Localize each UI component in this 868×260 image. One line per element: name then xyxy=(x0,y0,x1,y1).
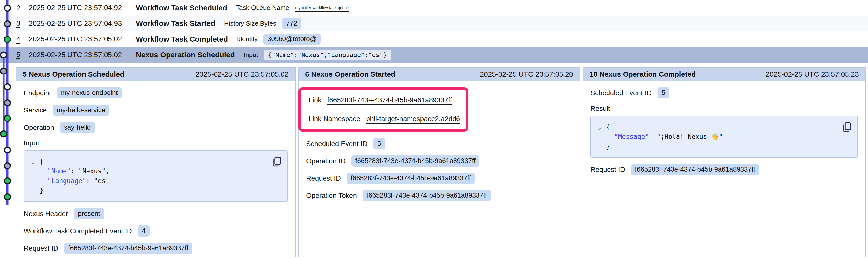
json-close-line: } xyxy=(31,186,280,195)
field-value-badge: f665283f-743e-4374-b45b-9a61a89337ff xyxy=(363,190,491,201)
event-detail-label: Input xyxy=(244,51,258,59)
timeline-dot-completed xyxy=(1,131,7,137)
event-id-link[interactable]: 2 xyxy=(16,4,29,12)
json-entry: "Language": "es" xyxy=(31,176,280,186)
field-value-badge: 5 xyxy=(658,87,669,99)
event-id-link[interactable]: 5 xyxy=(16,51,29,59)
panel-title: 5 Nexus Operation Scheduled xyxy=(23,70,124,78)
task-queue-link[interactable]: my-caller-workflow-task-queue xyxy=(295,6,349,10)
field-operation-token: Operation Token f665283f-743e-4374-b45b-… xyxy=(306,190,572,201)
panel-header: 6 Nexus Operation Started 2025-02-25 UTC… xyxy=(299,68,580,81)
field-value-badge: f665283f-743e-4374-b45b-9a61a89337ff xyxy=(351,155,479,166)
event-row-5-selected[interactable]: 5 2025-02-25 UTC 23:57:05.02 Nexus Opera… xyxy=(0,47,868,63)
event-timestamp: 2025-02-25 UTC 23:57:05.02 xyxy=(29,35,136,43)
field-scheduled-event-id: Scheduled Event ID 5 xyxy=(590,87,858,99)
event-detail-label: Task Queue Name xyxy=(236,4,289,11)
field-label: Request ID xyxy=(590,166,625,174)
field-value-badge: f665283f-743e-4374-b45b-9a61a89337ff xyxy=(347,173,475,184)
field-link-namespace: Link Namespace phil-target-namespace2.a2… xyxy=(309,115,463,123)
timeline-dot-started xyxy=(1,68,7,74)
field-request-id: Request ID f665283f-743e-4374-b45b-9a61a… xyxy=(590,164,858,175)
field-workflow-task-completed-event-id: Workflow Task Completed Event ID 4 xyxy=(24,225,288,236)
field-value-badge: f665283f-743e-4374-b45b-9a61a89337ff xyxy=(64,243,192,254)
timeline-dot-completed xyxy=(4,115,10,121)
field-request-id: Request ID f665283f-743e-4374-b45b-9a61a… xyxy=(306,173,572,184)
field-label: Workflow Task Completed Event ID xyxy=(24,227,132,235)
field-label: Link Namespace xyxy=(309,115,360,123)
event-name: Workflow Task Started xyxy=(136,19,215,28)
field-endpoint: Endpoint my-nexus-endpoint xyxy=(24,87,288,99)
result-json-viewer: ⌄{ "Message": "¡Hola! Nexus 👋" } xyxy=(590,116,858,158)
event-detail-label: History Size Bytes xyxy=(224,20,276,27)
field-label: Operation ID xyxy=(306,157,345,165)
field-label: Operation xyxy=(24,123,54,132)
event-name: Workflow Task Completed xyxy=(136,35,228,43)
event-timestamp: 2025-02-25 UTC 23:57:05.02 xyxy=(29,51,136,59)
field-operation: Operation say-hello xyxy=(24,122,288,133)
json-open-line: ⌄{ xyxy=(598,122,850,132)
event-timestamp: 2025-02-25 UTC 23:57:04.92 xyxy=(29,4,136,12)
field-label: Endpoint xyxy=(24,89,51,97)
field-value-badge: my-hello-service xyxy=(53,105,109,116)
link-namespace-link[interactable]: phil-target-namespace2.a2dd6 xyxy=(366,115,460,123)
panel-body: Scheduled Event ID 5 Result ⌄{ "Message"… xyxy=(583,81,865,188)
field-label: Operation Token xyxy=(306,192,357,199)
field-value-badge: 5 xyxy=(373,138,385,149)
event-name: Nexus Operation Scheduled xyxy=(136,50,235,59)
event-row-2[interactable]: 2 2025-02-25 UTC 23:57:04.92 Workflow Ta… xyxy=(0,0,868,16)
event-row-4[interactable]: 4 2025-02-25 UTC 23:57:05.02 Workflow Ta… xyxy=(0,31,868,47)
timeline-dot-scheduled xyxy=(4,147,10,153)
event-detail-label: Identity xyxy=(237,35,257,43)
workflow-event-history-screen: 2 2025-02-25 UTC 23:57:04.92 Workflow Ta… xyxy=(0,0,868,260)
copy-icon[interactable] xyxy=(842,121,852,133)
json-open-line: ⌄{ xyxy=(31,157,280,166)
panel-header: 5 Nexus Operation Scheduled 2025-02-25 U… xyxy=(16,68,295,81)
event-name: Workflow Task Scheduled xyxy=(136,4,227,12)
link-event-link[interactable]: f665283f-743e-4374-b45b-9a61a89337ff xyxy=(327,96,452,104)
json-close-line: } xyxy=(598,142,850,151)
event-id-link[interactable]: 4 xyxy=(16,35,29,43)
field-link: Link f665283f-743e-4374-b45b-9a61a89337f… xyxy=(309,96,463,104)
field-nexus-header: Nexus Header present xyxy=(24,208,288,219)
field-scheduled-event-id: Scheduled Event ID 5 xyxy=(306,138,572,149)
event-detail-badge: 772 xyxy=(282,18,301,29)
panel-timestamp: 2025-02-25 UTC 23:57:05.02 xyxy=(195,70,289,78)
field-value-badge: say-hello xyxy=(60,122,95,133)
panel-nexus-operation-started: 6 Nexus Operation Started 2025-02-25 UTC… xyxy=(298,67,580,257)
field-label: Scheduled Event ID xyxy=(590,89,652,97)
field-value-badge: f665283f-743e-4374-b45b-9a61a89337ff xyxy=(631,164,759,175)
json-entry: "Name": "Nexus", xyxy=(31,166,280,176)
field-label: Link xyxy=(309,96,321,104)
field-label: Nexus Header xyxy=(24,210,68,218)
result-label: Result xyxy=(590,105,858,112)
input-json-viewer: ⌄{ "Name": "Nexus", "Language": "es" } xyxy=(24,150,288,202)
event-history-list: 2 2025-02-25 UTC 23:57:04.92 Workflow Ta… xyxy=(0,0,868,63)
field-label: Service xyxy=(24,106,47,114)
timeline-dot-started xyxy=(4,100,10,106)
field-label: Request ID xyxy=(306,175,341,182)
panel-nexus-operation-completed: 10 Nexus Operation Completed 2025-02-25 … xyxy=(583,67,866,257)
event-id-link[interactable]: 3 xyxy=(16,20,29,27)
panel-timestamp: 2025-02-25 UTC 23:57:05.23 xyxy=(766,70,859,78)
field-operation-id: Operation ID f665283f-743e-4374-b45b-9a6… xyxy=(306,155,572,166)
copy-icon[interactable] xyxy=(271,156,282,167)
json-entry: "Message": "¡Hola! Nexus 👋" xyxy=(598,132,850,142)
collapse-caret-icon[interactable]: ⌄ xyxy=(31,157,39,166)
panel-title: 10 Nexus Operation Completed xyxy=(589,70,696,78)
field-value-badge: my-nexus-endpoint xyxy=(57,87,122,99)
field-request-id: Request ID f665283f-743e-4374-b45b-9a61a… xyxy=(24,243,288,254)
event-detail-badge: {"Name":"Nexus","Language":"es"} xyxy=(264,49,391,60)
event-timestamp: 2025-02-25 UTC 23:57:04.93 xyxy=(29,20,136,28)
panel-timestamp: 2025-02-25 UTC 23:57:05.20 xyxy=(480,70,573,78)
link-highlight-box: Link f665283f-743e-4374-b45b-9a61a89337f… xyxy=(298,87,468,132)
field-value-badge: present xyxy=(74,208,104,219)
field-label: Request ID xyxy=(24,245,58,252)
event-row-3[interactable]: 3 2025-02-25 UTC 23:57:04.93 Workflow Ta… xyxy=(0,16,868,32)
input-label: Input xyxy=(24,139,288,147)
field-service: Service my-hello-service xyxy=(24,105,288,116)
collapse-caret-icon[interactable]: ⌄ xyxy=(598,123,606,132)
panel-body: Link f665283f-743e-4374-b45b-9a61a89337f… xyxy=(299,81,580,214)
panel-header: 10 Nexus Operation Completed 2025-02-25 … xyxy=(583,68,865,81)
field-label: Scheduled Event ID xyxy=(306,140,368,148)
timeline-dot-started xyxy=(4,163,10,169)
